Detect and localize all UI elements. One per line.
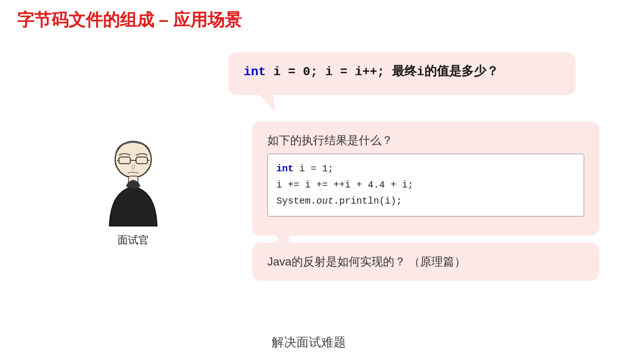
code-line-1: int i = 1; <box>276 161 575 177</box>
code-line-2: i += i += ++i + 4.4 + i; <box>276 177 575 193</box>
keyword-int-1: int <box>244 65 266 79</box>
speech-bubble-1: int i = 0; i = i++; 最终i的值是多少？ <box>228 52 576 95</box>
bottom-label: 解决面试难题 <box>272 334 346 351</box>
bubble2-code-block: int i = 1; i += i += ++i + 4.4 + i; Syst… <box>267 154 584 216</box>
speech-bubble-3: Java的反射是如何实现的？ （原理篇） <box>252 243 599 281</box>
interviewer-avatar <box>100 133 166 228</box>
speech-bubble-2: 如下的执行结果是什么？ int i = 1; i += i += ++i + 4… <box>252 121 599 236</box>
bubble2-label: 如下的执行结果是什么？ <box>267 132 584 149</box>
code-line-3: System.out.println(i); <box>276 193 575 209</box>
person-label: 面试官 <box>118 233 149 247</box>
code-line1-rest: i = 1; <box>294 163 333 174</box>
page-title: 字节码文件的组成 – 应用场景 <box>17 9 242 32</box>
keyword-int-2: int <box>276 163 294 174</box>
code-out: out <box>316 196 333 207</box>
bubble1-code-suffix: i = 0; i = i++; 最终i的值是多少？ <box>266 65 499 79</box>
person-figure: 面试官 <box>100 133 166 247</box>
bubble3-text: Java的反射是如何实现的？ （原理篇） <box>267 255 466 268</box>
bubble1-text: int i = 0; i = i++; 最终i的值是多少？ <box>244 65 499 78</box>
